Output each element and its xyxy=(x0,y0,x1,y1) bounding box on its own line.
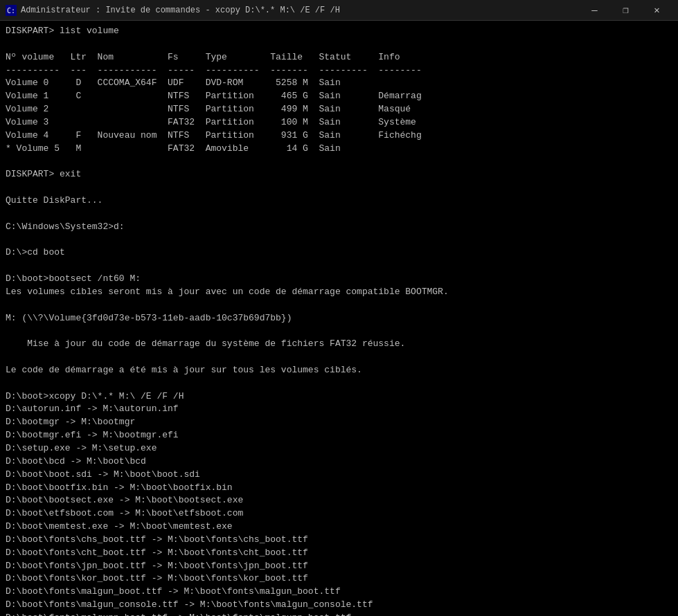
terminal-line: Volume 3 FAT32 Partition 100 M Sain Syst… xyxy=(6,116,672,129)
terminal-line: D:\bootmgr.efi -> M:\bootmgr.efi xyxy=(6,429,672,442)
terminal-line: Le code de démarrage a été mis à jour su… xyxy=(6,364,672,377)
terminal-line: D:\boot\etfsboot.com -> M:\boot\etfsboot… xyxy=(6,507,672,520)
terminal-line: Quitte DiskPart... xyxy=(6,194,672,208)
terminal-line: D:\setup.exe -> M:\setup.exe xyxy=(6,442,672,455)
terminal-area[interactable]: DISKPART> list volume Nº volume Ltr Nom … xyxy=(0,21,678,616)
terminal-line: Volume 4 F Nouveau nom NTFS Partition 93… xyxy=(6,129,672,143)
terminal-line xyxy=(6,155,672,168)
svg-text:C:: C: xyxy=(7,7,15,15)
terminal-line: D:\boot\memtest.exe -> M:\boot\memtest.e… xyxy=(6,520,672,534)
terminal-line: D:\boot\fonts\malgun_console.ttf -> M:\b… xyxy=(6,599,672,612)
terminal-line: M: (\\?\Volume{3fd0d73e-b573-11eb-aadb-1… xyxy=(6,312,672,325)
window-controls: — ❐ ✕ xyxy=(579,0,672,21)
terminal-line: D:\>cd boot xyxy=(6,246,672,260)
terminal-line: D:\boot\fonts\malgun_boot.ttf -> M:\boot… xyxy=(6,586,672,599)
terminal-line xyxy=(6,351,672,364)
terminal-line: D:\boot>bootsect /nt60 M: xyxy=(6,273,672,286)
terminal-line xyxy=(6,260,672,273)
terminal-line: Volume 0 D CCCOMA_X64F UDF DVD-ROM 5258 … xyxy=(6,77,672,90)
terminal-line: D:\boot\bcd -> M:\boot\bcd xyxy=(6,455,672,469)
terminal-line: D:\boot\fonts\jpn_boot.ttf -> M:\boot\fo… xyxy=(6,560,672,573)
maximize-button[interactable]: ❐ xyxy=(610,0,641,21)
terminal-line: DISKPART> exit xyxy=(6,168,672,181)
terminal-line: D:\boot\fonts\cht_boot.ttf -> M:\boot\fo… xyxy=(6,547,672,560)
terminal-line: Les volumes cibles seront mis à jour ave… xyxy=(6,286,672,299)
terminal-line: D:\boot\boot.sdi -> M:\boot\boot.sdi xyxy=(6,469,672,482)
terminal-line: Volume 2 NTFS Partition 499 M Sain Masqu… xyxy=(6,103,672,116)
terminal-line: D:\bootmgr -> M:\bootmgr xyxy=(6,416,672,429)
terminal-line: ---------- --- ----------- ----- -------… xyxy=(6,64,672,78)
cmd-icon: C: xyxy=(6,5,17,16)
terminal-line: D:\boot\bootsect.exe -> M:\boot\bootsect… xyxy=(6,494,672,507)
terminal-line xyxy=(6,299,672,312)
terminal-line: C:\Windows\System32>d: xyxy=(6,221,672,234)
terminal-content: DISKPART> list volume Nº volume Ltr Nom … xyxy=(6,25,672,616)
terminal-line: Volume 1 C NTFS Partition 465 G Sain Dém… xyxy=(6,90,672,103)
title-bar-left: C: Administrateur : Invite de commandes … xyxy=(6,5,340,16)
terminal-line: D:\boot>xcopy D:\*.* M:\ /E /F /H xyxy=(6,390,672,404)
terminal-line xyxy=(6,181,672,194)
minimize-button[interactable]: — xyxy=(579,0,610,21)
terminal-line: D:\boot\fonts\chs_boot.ttf -> M:\boot\fo… xyxy=(6,534,672,547)
window-title: Administrateur : Invite de commandes - x… xyxy=(21,6,340,15)
terminal-line xyxy=(6,234,672,247)
terminal-line: D:\boot\fonts\kor_boot.ttf -> M:\boot\fo… xyxy=(6,572,672,586)
terminal-line: DISKPART> list volume xyxy=(6,25,672,38)
terminal-line: Mise à jour du code de démarrage du syst… xyxy=(6,338,672,351)
terminal-line: D:\boot\fonts\malgunn_boot.ttf -> M:\boo… xyxy=(6,612,672,616)
close-button[interactable]: ✕ xyxy=(641,0,672,21)
terminal-line xyxy=(6,208,672,221)
title-bar: C: Administrateur : Invite de commandes … xyxy=(0,0,678,21)
terminal-line: Nº volume Ltr Nom Fs Type Taille Statut … xyxy=(6,51,672,64)
terminal-line: D:\autorun.inf -> M:\autorun.inf xyxy=(6,403,672,416)
terminal-line xyxy=(6,377,672,390)
terminal-line xyxy=(6,325,672,338)
terminal-line: * Volume 5 M FAT32 Amovible 14 G Sain xyxy=(6,143,672,156)
terminal-line: D:\boot\bootfix.bin -> M:\boot\bootfix.b… xyxy=(6,482,672,495)
terminal-line xyxy=(6,38,672,51)
